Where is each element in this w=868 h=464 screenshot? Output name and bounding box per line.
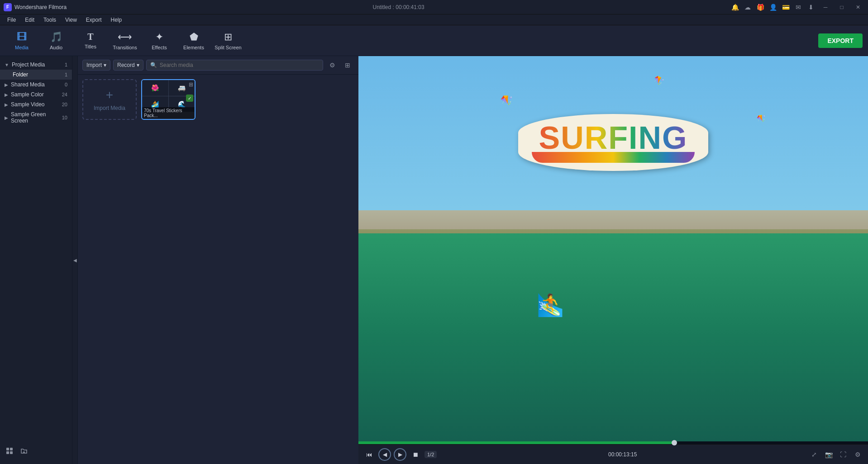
- import-label: Import: [86, 62, 102, 68]
- media-label: Media: [15, 45, 29, 50]
- mail-icon[interactable]: ✉: [794, 3, 803, 12]
- toolbar-audio[interactable]: 🎵 Audio: [40, 27, 72, 54]
- settings-btn[interactable]: ⚙: [852, 449, 863, 460]
- sample-green-count: 10: [62, 115, 67, 120]
- menu-tools[interactable]: Tools: [40, 16, 60, 24]
- import-dropdown[interactable]: Import ▾: [82, 60, 110, 71]
- filter-btn[interactable]: ⚙: [326, 59, 339, 71]
- close-button[interactable]: ✕: [852, 3, 864, 12]
- toolbar-effects[interactable]: ✦ Effects: [143, 27, 176, 54]
- media-item-label: 70s Travel Stickers Pack...: [142, 107, 195, 119]
- gift-icon[interactable]: 🎁: [756, 3, 765, 12]
- progress-bar-container[interactable]: [358, 441, 868, 444]
- import-media-label: Import Media: [94, 105, 125, 111]
- export-button[interactable]: EXPORT: [818, 33, 863, 48]
- screen-size-btn[interactable]: ⤢: [808, 449, 820, 460]
- playback-ratio[interactable]: 1/2: [424, 451, 437, 458]
- playback-controls: ⏮ ◀ ▶ ⏹ 1/2 00:00:13:15 ⤢ 📷 ⛶ ⚙: [358, 444, 868, 464]
- kite-2: 🪁: [653, 75, 664, 86]
- preview-panel: 🏄 🪁 🪁 🪁 SURFING ⏮ ◀ ▶ ⏹: [358, 56, 868, 464]
- record-label: Record: [117, 62, 135, 68]
- skip-back-button[interactable]: ⏮: [363, 448, 376, 461]
- sidebar-item-folder[interactable]: Folder 1: [0, 70, 72, 80]
- media-item-stickers-pack[interactable]: 🌺 🚐 🏄 🌊 ⊞ ✓ 70s Travel Stickers Pack...: [141, 79, 196, 120]
- svg-rect-3: [10, 451, 13, 454]
- surfing-text: SURFING: [532, 122, 695, 154]
- title-bar-controls: 🔔 ☁ 🎁 👤 💳 ✉ ⬇ ─ □ ✕: [730, 3, 864, 12]
- media-panel-toolbar: Import ▾ Record ▾ 🔍 ⚙ ⊞: [78, 56, 358, 75]
- cloud-icon[interactable]: ☁: [743, 3, 752, 12]
- chevron-right-icon-3: ▶: [5, 102, 8, 107]
- maximize-button[interactable]: □: [835, 3, 848, 12]
- stop-button[interactable]: ⏹: [409, 448, 422, 461]
- notif-icon[interactable]: 🔔: [730, 3, 739, 12]
- sidebar-item-sample-color[interactable]: ▶ Sample Color 24: [0, 90, 72, 99]
- project-media-label: Project Media: [12, 62, 45, 68]
- menu-view[interactable]: View: [62, 16, 81, 24]
- play-button[interactable]: ▶: [394, 448, 406, 461]
- menu-export[interactable]: Export: [82, 16, 105, 24]
- app-logo: F: [4, 3, 12, 11]
- view-toggle-btn[interactable]: ⊞: [341, 59, 354, 71]
- sample-video-count: 20: [62, 102, 67, 107]
- progress-bar: [358, 441, 674, 444]
- chevron-down-icon: ▼: [5, 62, 9, 67]
- left-sidebar: ▼ Project Media 1 Folder 1 ▶ Shared Medi…: [0, 56, 72, 464]
- toolbar-media[interactable]: 🎞 Media: [5, 27, 38, 54]
- new-folder-btn[interactable]: [18, 445, 30, 457]
- record-dropdown[interactable]: Record ▾: [113, 60, 143, 71]
- surfer-figure: 🏄: [537, 293, 564, 318]
- screenshot-btn[interactable]: 📷: [823, 449, 835, 460]
- effects-icon: ✦: [155, 31, 163, 43]
- import-media-button[interactable]: + Import Media: [82, 79, 137, 120]
- minimize-button[interactable]: ─: [819, 3, 832, 12]
- sidebar-item-project-media[interactable]: ▼ Project Media 1: [0, 60, 72, 70]
- sidebar-item-sample-video[interactable]: ▶ Sample Video 20: [0, 99, 72, 109]
- svg-rect-1: [10, 448, 13, 450]
- fullscreen-btn[interactable]: ⛶: [837, 449, 849, 460]
- import-to-project-btn[interactable]: [4, 445, 15, 457]
- media-panel: Import ▾ Record ▾ 🔍 ⚙ ⊞ + Import Media: [78, 56, 358, 464]
- menu-help[interactable]: Help: [107, 16, 126, 24]
- sample-green-screen-label: Sample Green Screen: [11, 111, 62, 124]
- card-icon[interactable]: 💳: [781, 3, 790, 12]
- play-back-frame-button[interactable]: ◀: [378, 448, 391, 461]
- main-layout: ▼ Project Media 1 Folder 1 ▶ Shared Medi…: [0, 56, 868, 464]
- media-icon: 🎞: [17, 31, 27, 43]
- folder-label: Folder: [13, 71, 28, 78]
- title-bar: F Wondershare Filmora Untitled : 00:00:4…: [0, 0, 868, 14]
- progress-thumb[interactable]: [672, 440, 677, 445]
- sidebar-bottom-controls: [0, 441, 72, 460]
- search-input[interactable]: [160, 62, 319, 68]
- toolbar-splitscreen[interactable]: ⊞ Split Screen: [212, 27, 244, 54]
- app-name: Wondershare Filmora: [14, 4, 67, 10]
- toolbar-transitions[interactable]: ⟷ Transitions: [109, 27, 141, 54]
- menu-file[interactable]: File: [4, 16, 19, 24]
- surfing-sticker: SURFING: [518, 114, 708, 171]
- elements-label: Elements: [183, 45, 204, 50]
- chevron-right-icon-4: ▶: [5, 115, 8, 120]
- sticker-cell-1: 🌺: [142, 80, 168, 96]
- toolbar-titles[interactable]: T Titles: [74, 27, 107, 54]
- sample-color-label: Sample Color: [11, 91, 44, 98]
- toolbar-elements[interactable]: ⬟ Elements: [177, 27, 210, 54]
- time-display: 00:00:13:15: [608, 451, 637, 458]
- download-icon[interactable]: ⬇: [806, 3, 816, 12]
- menu-edit[interactable]: Edit: [21, 16, 38, 24]
- window-title: Untitled : 00:00:41:03: [373, 4, 424, 10]
- sidebar-collapse-handle[interactable]: ◀: [72, 56, 78, 464]
- sample-video-label: Sample Video: [11, 101, 45, 108]
- selected-check-icon: ✓: [186, 95, 193, 102]
- audio-label: Audio: [50, 45, 62, 50]
- svg-rect-0: [6, 448, 9, 450]
- sidebar-item-sample-green-screen[interactable]: ▶ Sample Green Screen 10: [0, 109, 72, 126]
- user-icon[interactable]: 👤: [768, 3, 777, 12]
- shoreline: [358, 210, 868, 233]
- surfing-scene: 🏄 🪁 🪁 🪁 SURFING: [358, 56, 868, 441]
- splitscreen-icon: ⊞: [224, 31, 232, 43]
- plus-icon: +: [106, 88, 113, 102]
- svg-rect-2: [6, 451, 9, 454]
- sidebar-item-shared-media[interactable]: ▶ Shared Media 0: [0, 80, 72, 90]
- elements-icon: ⬟: [190, 31, 198, 43]
- preview-video: 🏄 🪁 🪁 🪁 SURFING: [358, 56, 868, 441]
